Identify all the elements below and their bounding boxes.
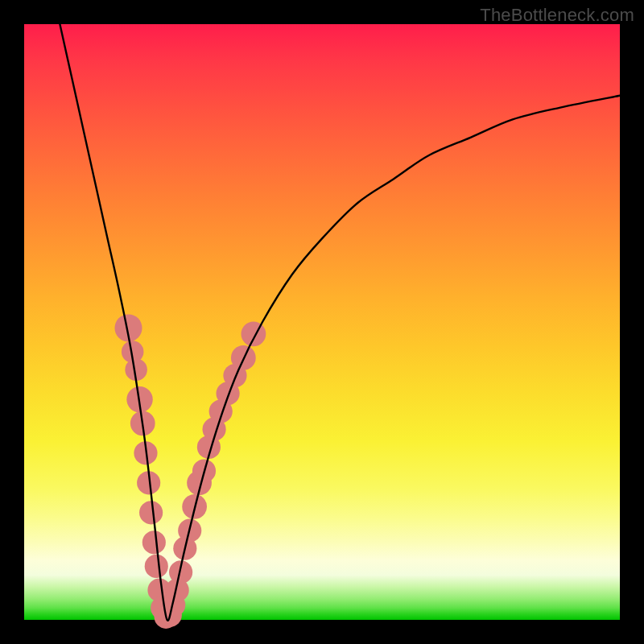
highlight-dot (242, 321, 266, 346)
chart-svg (24, 24, 620, 620)
bottleneck-curve (60, 24, 620, 621)
highlight-dot (139, 501, 163, 524)
highlight-dot (145, 555, 168, 578)
watermark-text: TheBottleneck.com (480, 5, 634, 26)
chart-frame: TheBottleneck.com (0, 0, 644, 644)
plot-area (24, 24, 620, 620)
highlight-dot (142, 530, 166, 554)
